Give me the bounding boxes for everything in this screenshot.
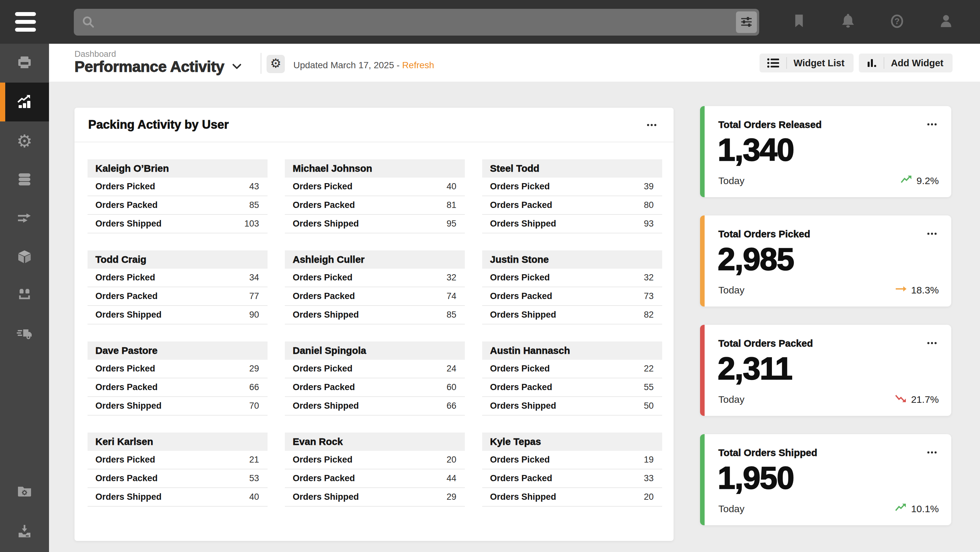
panel-title: Packing Activity by User <box>88 118 229 132</box>
user-name: Keri Karlsen <box>88 433 267 451</box>
widget-list-button[interactable]: Widget List <box>759 54 854 73</box>
stat-row: Orders Picked24 <box>285 360 465 378</box>
sidebar-item-data[interactable] <box>0 160 49 199</box>
ellipsis-icon <box>927 450 937 455</box>
stat-percent: 9.2% <box>916 175 939 186</box>
stat-menu-ellipsis[interactable] <box>924 338 940 348</box>
stat-title: Total Orders Shipped <box>718 447 817 458</box>
user-name: Kaleigh O’Brien <box>88 159 267 178</box>
sidebar-item-shipping[interactable] <box>0 316 49 355</box>
package-cube-icon <box>16 248 33 266</box>
stat-row: Orders Shipped85 <box>285 306 465 325</box>
packing-activity-panel: Packing Activity by User Kaleigh O’Brien… <box>75 108 674 541</box>
stat-row: Orders Packed44 <box>285 470 465 488</box>
user-card: Kyle Tepas Orders Picked19 Orders Packed… <box>482 433 662 507</box>
sidebar-item-settings[interactable]: ⚙ <box>0 121 49 160</box>
stat-row: Orders Packed60 <box>285 378 465 397</box>
user-card: Kaleigh O’Brien Orders Picked43 Orders P… <box>88 159 267 233</box>
account-person-icon[interactable] <box>937 12 955 31</box>
stat-row: Orders Shipped90 <box>88 306 267 325</box>
advanced-search-button[interactable] <box>736 11 757 33</box>
stat-row: Orders Shipped93 <box>482 215 662 233</box>
stat-card-total-orders-picked: Total Orders Picked 2,985 Today 18.3% <box>700 216 951 306</box>
gear-icon: ⚙ <box>17 132 32 150</box>
user-cards-grid: Kaleigh O’Brien Orders Picked43 Orders P… <box>88 159 662 507</box>
user-card: Evan Rock Orders Picked20 Orders Packed4… <box>285 433 465 507</box>
dashboard-settings-button[interactable]: ⚙ <box>267 55 285 73</box>
sidebar-item-import[interactable] <box>0 512 49 551</box>
search-icon <box>81 15 96 30</box>
main-content: Dashboard Performance Activity ⚙ Updated… <box>49 44 980 552</box>
refresh-link[interactable]: Refresh <box>402 60 434 70</box>
sliders-icon <box>739 15 754 30</box>
stat-menu-ellipsis[interactable] <box>924 228 940 239</box>
stat-title: Total Orders Picked <box>718 228 810 240</box>
bar-chart-icon <box>866 57 884 69</box>
user-card: Steel Todd Orders Picked39 Orders Packed… <box>482 159 662 233</box>
ellipsis-icon <box>647 122 657 127</box>
truck-icon <box>16 326 33 344</box>
user-card: Ashleigh Culler Orders Picked32 Orders P… <box>285 251 465 325</box>
search-input[interactable] <box>96 9 759 36</box>
menu-icon[interactable] <box>15 12 36 32</box>
stat-row: Orders Packed53 <box>88 470 267 488</box>
stat-card-total-orders-shipped: Total Orders Shipped 1,950 Today 10.1% <box>700 434 951 525</box>
ellipsis-icon <box>927 341 937 345</box>
printer-icon <box>16 54 33 72</box>
sidebar-item-transfers[interactable] <box>0 199 49 238</box>
sidebar-item-system-settings[interactable] <box>0 472 49 511</box>
stat-row: Orders Picked20 <box>285 451 465 470</box>
analytics-chart-icon <box>16 93 33 111</box>
stat-row: Orders Shipped103 <box>88 215 267 233</box>
sidebar: ⚙ <box>0 44 49 552</box>
updated-label: Updated March 17, 2025 - <box>293 60 399 70</box>
user-card: Dave Pastore Orders Picked29 Orders Pack… <box>88 341 267 416</box>
help-icon[interactable]: ? <box>889 12 905 31</box>
stat-percent: 18.3% <box>911 285 939 296</box>
stat-row: Orders Picked32 <box>482 269 662 287</box>
page-title: Performance Activity <box>75 59 224 74</box>
user-name: Kyle Tepas <box>482 433 662 451</box>
stat-row: Orders Picked34 <box>88 269 267 287</box>
bookmark-icon[interactable] <box>791 12 808 31</box>
transfer-arrows-icon <box>16 209 33 227</box>
stat-percent: 21.7% <box>911 394 939 405</box>
stat-row: Orders Picked21 <box>88 451 267 470</box>
stat-period: Today <box>718 175 745 186</box>
svg-text:?: ? <box>894 16 900 26</box>
global-search <box>74 9 759 36</box>
stat-row: Orders Packed33 <box>482 470 662 488</box>
sidebar-item-performance[interactable] <box>0 82 49 121</box>
stat-menu-ellipsis[interactable] <box>924 119 940 129</box>
panel-menu-ellipsis[interactable] <box>644 120 659 130</box>
user-name: Ashleigh Culler <box>285 251 465 269</box>
user-card: Justin Stone Orders Picked32 Orders Pack… <box>482 251 662 325</box>
trend-flat-arrow-icon <box>895 284 907 296</box>
stat-cards-column: Total Orders Released 1,340 Today 9.2% T… <box>700 106 951 525</box>
stat-row: Orders Shipped29 <box>285 488 465 507</box>
user-name: Dave Pastore <box>88 341 267 360</box>
stat-value: 1,950 <box>718 461 794 495</box>
stat-menu-ellipsis[interactable] <box>924 447 940 457</box>
topbar-actions: ? <box>791 12 955 31</box>
stat-percent: 10.1% <box>911 503 939 514</box>
dashboard-selector-chevron[interactable] <box>231 62 242 71</box>
user-name: Justin Stone <box>482 251 662 269</box>
trend-up-icon <box>900 174 913 187</box>
stat-period: Today <box>718 503 745 514</box>
stat-row: Orders Shipped40 <box>88 488 267 507</box>
stat-row: Orders Packed85 <box>88 196 267 215</box>
notifications-bell-icon[interactable] <box>840 12 856 31</box>
add-widget-button[interactable]: Add Widget <box>859 54 953 73</box>
user-name: Michael Johnson <box>285 159 465 178</box>
stat-row: Orders Picked39 <box>482 178 662 196</box>
sidebar-item-inventory[interactable] <box>0 238 49 277</box>
stat-period: Today <box>718 394 745 405</box>
user-card: Keri Karlsen Orders Picked21 Orders Pack… <box>88 433 267 507</box>
sidebar-item-print[interactable] <box>0 44 49 82</box>
user-card: Todd Craig Orders Picked34 Orders Packed… <box>88 251 267 325</box>
user-name: Austin Hannasch <box>482 341 662 360</box>
stat-row: Orders Packed66 <box>88 378 267 397</box>
user-card: Austin Hannasch Orders Picked22 Orders P… <box>482 341 662 416</box>
sidebar-item-containers[interactable] <box>0 277 49 316</box>
